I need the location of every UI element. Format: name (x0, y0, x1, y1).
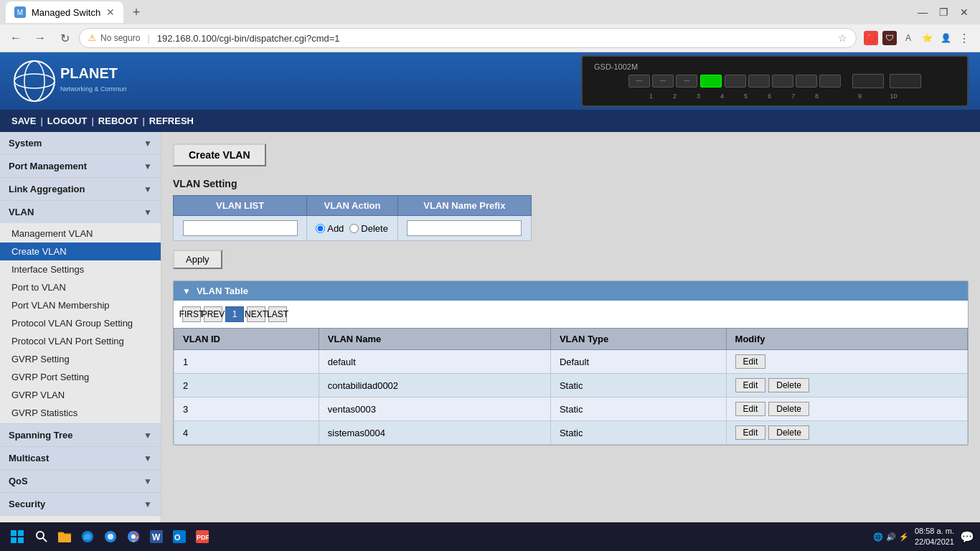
vlan-name-cell: sistemas0004 (319, 421, 550, 445)
cortana-icon[interactable] (100, 527, 121, 547)
time-display[interactable]: 08:58 a. m. 22/04/2021 (915, 526, 954, 548)
sidebar-system-label: System (9, 138, 42, 149)
sidebar-header-system[interactable]: System ▼ (0, 132, 161, 154)
file-explorer-icon[interactable] (55, 527, 75, 547)
sidebar-item-gvrp-vlan[interactable]: GVRP VLAN (0, 386, 161, 404)
edit-vlan-button[interactable]: Edit (735, 354, 766, 369)
refresh-button[interactable]: ↻ (55, 28, 75, 48)
table-row: 1defaultDefaultEdit (174, 350, 968, 374)
chevron-down-icon-2: ▼ (143, 161, 152, 171)
first-page-button[interactable]: FIRST (182, 306, 201, 322)
sidebar-item-protocol-vlan-port[interactable]: Protocol VLAN Port Setting (0, 332, 161, 350)
star-icon[interactable]: ☆ (838, 32, 847, 44)
reboot-button[interactable]: REBOOT (98, 114, 138, 128)
menu-icon[interactable]: ⋮ (957, 31, 971, 45)
logo-area: PLANET Networking & Communication (11, 58, 126, 104)
edge-icon[interactable] (77, 527, 98, 547)
sidebar-header-port-management[interactable]: Port Management ▼ (0, 155, 161, 177)
extension-2-icon[interactable]: 🛡 (882, 31, 897, 45)
sfp-1 (852, 74, 884, 88)
sidebar-item-port-to-vlan[interactable]: Port to VLAN (0, 278, 161, 296)
radio-add[interactable] (316, 224, 325, 233)
current-page-button[interactable]: 1 (225, 306, 244, 322)
vlan-type-cell: Default (550, 350, 726, 374)
delete-vlan-button[interactable]: Delete (768, 402, 809, 416)
edit-vlan-button[interactable]: Edit (735, 378, 766, 392)
sidebar-item-gvrp-setting[interactable]: GVRP Setting (0, 350, 161, 368)
sidebar-header-multicast[interactable]: Multicast ▼ (0, 447, 161, 469)
sfp-2 (890, 74, 921, 88)
sidebar-item-port-vlan-membership[interactable]: Port VLAN Membership (0, 296, 161, 314)
svg-text:Networking & Communication: Networking & Communication (60, 85, 126, 93)
sidebar-item-gvrp-statistics[interactable]: GVRP Statistics (0, 404, 161, 422)
last-page-button[interactable]: LAST (268, 306, 287, 322)
sidebar-item-gvrp-port-setting[interactable]: GVRP Port Setting (0, 368, 161, 386)
vlan-id-cell: 2 (174, 374, 319, 397)
tab-close-button[interactable]: ✕ (106, 6, 115, 18)
vlan-table-header: ▼ VLAN Table (174, 281, 968, 301)
chevron-down-icon-7: ▼ (143, 476, 152, 486)
minimize-button[interactable]: — (912, 4, 933, 21)
edit-vlan-button[interactable]: Edit (735, 402, 766, 416)
sidebar-item-interface-settings[interactable]: Interface Settings (0, 260, 161, 278)
sidebar-port-management-label: Port Management (9, 161, 87, 171)
edit-vlan-button[interactable]: Edit (735, 425, 766, 440)
vlan-type-cell: Static (550, 421, 726, 445)
radio-delete-label[interactable]: Delete (349, 223, 388, 234)
apply-button[interactable]: Apply (173, 250, 222, 269)
browser-tab[interactable]: M Managed Switch ✕ (6, 1, 123, 23)
vlan-list-input[interactable] (183, 220, 298, 236)
search-taskbar-icon[interactable] (32, 527, 52, 547)
vlan-action-group: Add Delete (316, 223, 389, 234)
svg-rect-7 (11, 537, 17, 543)
svg-text:O: O (174, 533, 181, 542)
maximize-button[interactable]: ❐ (933, 4, 954, 21)
notification-icon[interactable]: 💬 (960, 530, 974, 544)
sidebar-header-security[interactable]: Security ▼ (0, 493, 161, 515)
sidebar-header-link-aggregation[interactable]: Link Aggregation ▼ (0, 178, 161, 200)
toolbar: SAVE | LOGOUT | REBOOT | REFRESH (0, 110, 980, 132)
prev-page-button[interactable]: PREV (204, 306, 222, 322)
delete-vlan-button[interactable]: Delete (768, 425, 809, 440)
svg-point-14 (108, 534, 113, 540)
vlan-name-prefix-input[interactable] (407, 220, 522, 236)
profile-icon[interactable]: 👤 (938, 31, 953, 45)
delete-vlan-button[interactable]: Delete (768, 378, 809, 392)
svg-text:W: W (152, 532, 161, 542)
create-vlan-button[interactable]: Create VLAN (173, 143, 266, 166)
save-button[interactable]: SAVE (11, 114, 36, 128)
logout-button[interactable]: LOGOUT (47, 114, 88, 128)
refresh-button-toolbar[interactable]: REFRESH (149, 114, 194, 128)
main-content: Create VLAN VLAN Setting VLAN LIST VLAN … (161, 132, 980, 551)
collapse-icon[interactable]: ▼ (182, 286, 191, 296)
outlook-icon[interactable]: O (169, 527, 189, 547)
forward-button[interactable]: → (30, 28, 50, 48)
sidebar-header-spanning-tree[interactable]: Spanning Tree ▼ (0, 424, 161, 446)
start-button[interactable] (6, 525, 29, 548)
close-button[interactable]: ✕ (954, 4, 974, 21)
new-tab-button[interactable]: + (126, 2, 146, 22)
radio-delete[interactable] (349, 224, 359, 233)
word-icon[interactable]: W (146, 527, 166, 547)
volume-icon: 🔊 (886, 532, 896, 542)
pagination: FIRST PREV 1 NEXT LAST (174, 301, 968, 328)
pdf-icon[interactable]: PDF (192, 527, 212, 547)
extension-1-icon[interactable]: 🔴 (864, 31, 878, 45)
chevron-down-icon-6: ▼ (143, 453, 152, 463)
sidebar-header-vlan[interactable]: VLAN ▼ (0, 201, 161, 223)
next-page-button[interactable]: NEXT (247, 306, 265, 322)
extension-4-icon[interactable]: ⭐ (920, 31, 934, 45)
sidebar-item-management-vlan[interactable]: Management VLAN (0, 225, 161, 242)
sidebar-section-port-management: Port Management ▼ (0, 155, 161, 178)
back-button[interactable]: ← (6, 28, 26, 48)
vlan-id-cell: 4 (174, 421, 319, 445)
radio-add-label[interactable]: Add (316, 223, 344, 234)
extension-3-icon[interactable]: A (901, 31, 915, 45)
address-bar[interactable]: ⚠ No seguro | 192.168.0.100/cgi-bin/disp… (79, 28, 857, 48)
sidebar-item-protocol-vlan-group[interactable]: Protocol VLAN Group Setting (0, 314, 161, 332)
chrome-icon[interactable] (123, 527, 143, 547)
sidebar-header-qos[interactable]: QoS ▼ (0, 470, 161, 492)
col-header-vlan-name: VLAN Name (319, 329, 550, 350)
network-icon: 🌐 (873, 532, 883, 542)
sidebar-item-create-vlan[interactable]: Create VLAN (0, 242, 161, 260)
